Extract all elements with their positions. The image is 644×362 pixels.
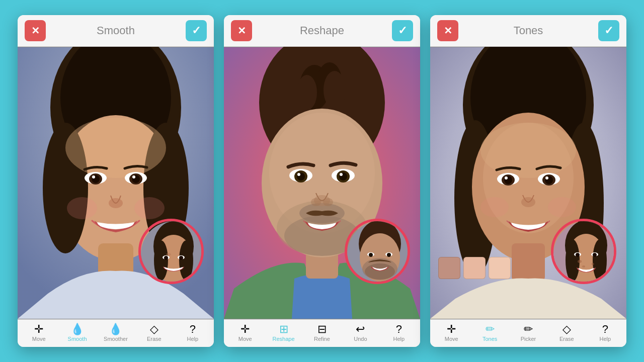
smooth-panel-header: Smooth	[18, 15, 214, 47]
svg-point-86	[593, 239, 607, 282]
reshape-toolbar: ✛ Move ⊞ Reshape ⊟ Refine ↩ Undo ? Help	[224, 319, 420, 347]
svg-point-16	[132, 175, 135, 178]
smooth-thumbnail	[138, 219, 204, 284]
svg-point-28	[179, 256, 183, 260]
tones-tool-move[interactable]: ✛ Move	[438, 324, 465, 342]
svg-point-80	[480, 197, 509, 217]
smooth-panel: Smooth	[18, 15, 214, 347]
tones-swatches	[438, 257, 511, 279]
help-icon: ?	[190, 324, 196, 335]
smooth-label: Smooth	[68, 336, 87, 342]
svg-point-26	[164, 256, 168, 260]
tones-tool-tones[interactable]: ✏ Tones	[476, 324, 504, 342]
smooth-close-button[interactable]	[25, 20, 46, 41]
reshape-tool-move[interactable]: ✛ Move	[231, 324, 259, 342]
tones-picker-icon: ✏	[524, 324, 533, 335]
move-label: Move	[32, 336, 46, 342]
smooth-tool-smoother[interactable]: 💧 Smoother	[102, 324, 129, 342]
tones-photo-area[interactable]	[430, 47, 626, 319]
svg-point-29	[166, 253, 171, 256]
svg-point-45	[297, 173, 300, 176]
reshape-reshape-label: Reshape	[273, 336, 295, 342]
smooth-panel-title: Smooth	[46, 24, 186, 37]
smooth-tool-smooth[interactable]: 💧 Smooth	[63, 324, 91, 342]
svg-point-19	[134, 197, 165, 219]
tones-tones-icon: ✏	[486, 324, 495, 335]
svg-point-51	[311, 198, 321, 206]
svg-point-87	[578, 260, 582, 263]
reshape-help-icon: ?	[396, 324, 402, 335]
reshape-tool-undo[interactable]: ↩ Undo	[347, 324, 374, 342]
reshape-panel-header: Reshape	[224, 15, 420, 47]
svg-point-70	[480, 123, 576, 178]
svg-point-18	[67, 197, 97, 219]
reshape-help-label: Help	[393, 336, 405, 342]
tones-help-label: Help	[599, 336, 611, 342]
smoother-icon: 💧	[109, 324, 122, 335]
tones-erase-label: Erase	[559, 336, 574, 342]
smooth-toolbar: ✛ Move 💧 Smooth 💧 Smoother ◇ Erase ? Hel…	[18, 319, 214, 347]
reshape-undo-icon: ↩	[356, 324, 365, 335]
smooth-tool-erase[interactable]: ◇ Erase	[140, 324, 168, 342]
tones-close-button[interactable]	[437, 20, 458, 41]
reshape-tool-refine[interactable]: ⊟ Refine	[308, 324, 336, 342]
reshape-reshape-icon: ⊞	[279, 324, 288, 335]
tones-picker-label: Picker	[521, 336, 536, 342]
tones-tool-erase[interactable]: ◇ Erase	[553, 324, 581, 342]
erase-label: Erase	[147, 336, 162, 342]
svg-point-24	[179, 240, 193, 281]
swatch-3[interactable]	[489, 257, 511, 279]
help-label: Help	[187, 336, 198, 342]
reshape-tool-reshape[interactable]: ⊞ Reshape	[270, 324, 297, 342]
reshape-move-icon: ✛	[240, 324, 250, 335]
reshape-photo-area[interactable]	[224, 47, 420, 319]
svg-point-59	[369, 253, 373, 257]
tones-tool-help[interactable]: ? Help	[591, 324, 619, 342]
svg-point-81	[548, 197, 576, 217]
tones-move-icon: ✛	[447, 324, 456, 335]
smooth-icon: 💧	[70, 324, 84, 335]
smooth-check-button[interactable]	[186, 20, 207, 41]
smooth-tool-help[interactable]: ? Help	[179, 324, 206, 342]
svg-point-35	[297, 75, 317, 110]
svg-point-49	[340, 173, 343, 176]
smooth-photo-area[interactable]	[18, 47, 214, 319]
move-icon: ✛	[34, 324, 43, 335]
reshape-refine-icon: ⊟	[317, 324, 327, 335]
tones-panel-title: Tones	[458, 24, 598, 37]
tones-check-button[interactable]	[598, 20, 619, 41]
svg-point-8	[65, 118, 166, 178]
tones-erase-icon: ◇	[562, 324, 571, 335]
tones-move-label: Move	[445, 336, 458, 342]
tones-panel: Tones	[430, 15, 626, 347]
svg-point-23	[154, 240, 168, 281]
tones-tool-picker[interactable]: ✏ Picker	[514, 324, 542, 342]
svg-point-85	[566, 239, 580, 282]
smooth-tool-move[interactable]: ✛ Move	[25, 324, 53, 342]
tones-thumbnail	[551, 219, 616, 284]
reshape-check-button[interactable]	[392, 20, 413, 41]
reshape-refine-label: Refine	[314, 336, 330, 342]
tones-panel-header: Tones	[430, 15, 626, 47]
svg-rect-69	[512, 243, 545, 281]
swatch-2[interactable]	[463, 257, 486, 279]
reshape-panel-title: Reshape	[252, 24, 392, 37]
tones-help-icon: ?	[602, 324, 608, 335]
reshape-close-button[interactable]	[231, 20, 252, 41]
tones-toolbar: ✛ Move ✏ Tones ✏ Picker ◇ Erase ? Help	[430, 319, 626, 347]
reshape-tool-help[interactable]: ? Help	[385, 324, 413, 342]
svg-point-36	[324, 71, 346, 109]
svg-point-89	[582, 265, 585, 267]
reshape-undo-label: Undo	[354, 336, 367, 342]
svg-point-57	[365, 263, 395, 280]
reshape-move-label: Move	[238, 336, 252, 342]
svg-point-91	[576, 253, 580, 257]
erase-icon: ◇	[150, 324, 158, 335]
svg-point-61	[387, 253, 391, 257]
reshape-thumbnail	[345, 219, 410, 284]
svg-point-74	[505, 176, 508, 179]
swatch-1[interactable]	[438, 257, 460, 279]
svg-point-93	[593, 253, 597, 257]
reshape-panel: Reshape	[224, 15, 420, 347]
svg-point-12	[92, 175, 95, 178]
